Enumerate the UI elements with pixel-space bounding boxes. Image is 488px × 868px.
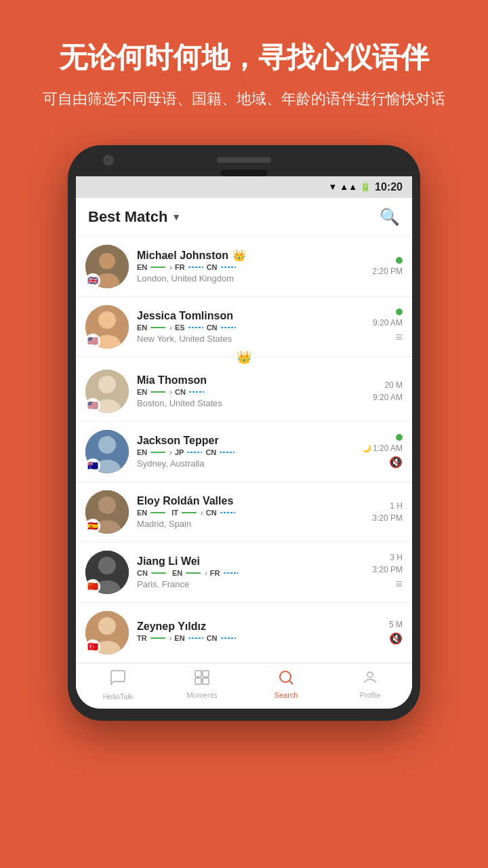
user-item[interactable]: 🇬🇧 Michael Johnston 👑 EN › FR [76,237,412,297]
avatar-wrap: 🇬🇧 [85,245,129,288]
user-name-row: Eloy Roldán Valles [137,495,355,507]
svg-point-13 [98,496,116,514]
last-active-time: 9:20 AM [373,393,403,402]
avatar-wrap: 🇹🇷 [85,611,129,654]
user-item[interactable]: 🇺🇸 Mia Thomson EN › CN [76,357,412,422]
user-info: Zeynep Yıldız TR › EN CN [137,620,355,644]
flag-badge: 🇬🇧 [85,273,100,288]
user-info: Mia Thomson EN › CN Boston, United Stat [137,374,355,408]
user-name-row: Zeynep Yıldız [137,620,355,633]
sort-selector[interactable]: Best Match ▼ [88,208,181,226]
lang-bar-learn1 [188,267,203,268]
lang-bar-learn1 [220,512,235,513]
hellotalk-icon [110,669,126,690]
user-meta: 2:20 PM [355,257,403,276]
battery-icon: 🔋 [360,182,371,192]
user-info: Eloy Roldán Valles EN IT › CN [137,495,355,529]
svg-point-19 [98,617,116,635]
mute-icon: 🔇 [389,456,403,469]
status-bar: ▼ ▲▲ 🔋 10:20 [76,176,412,198]
hero-section: 无论何时何地，寻找心仪语伴 可自由筛选不同母语、国籍、地域、年龄的语伴进行愉快对… [0,0,488,132]
top-bar: Best Match ▼ 🔍 [76,198,412,237]
lang-arrow-icon: › [169,634,172,642]
nav-item-hellotalk[interactable]: HelloTalk [76,669,160,701]
lang-row: EN › JP CN [137,448,355,456]
wifi-icon: ▼ [328,182,337,192]
lang-bar-native [150,267,165,268]
lang-bar-native2 [182,512,197,513]
lang-native2: IT [171,509,178,517]
last-active-time: 3:20 PM [372,513,403,523]
search-button[interactable]: 🔍 [380,208,400,226]
user-meta: 3 H 3:20 PM ≡ [355,553,403,591]
lang-bar-learn2 [221,327,236,328]
user-name-row: Jiang Li Wei [137,555,355,568]
lang-bar-learn1 [224,572,239,574]
phone-top [76,157,412,163]
lang-row: TR › EN CN [137,634,355,642]
lang-learn1: CN [206,509,217,517]
lang-bar-native [150,452,165,453]
avatar-wrap: 🇺🇸 [85,370,129,413]
user-location: Paris, France [137,579,355,589]
lang-native: TR [137,634,147,642]
user-item[interactable]: 🇪🇸 Eloy Roldán Valles EN IT [76,482,412,542]
crown-float-icon: 👑 [237,350,251,365]
svg-point-27 [367,672,373,677]
svg-rect-24 [203,678,209,684]
user-location: Sydney, Australia [137,458,355,469]
lang-bar-native [150,512,165,513]
lang-learn1: FR [175,263,185,271]
user-list: 🇬🇧 Michael Johnston 👑 EN › FR [76,237,412,663]
user-meta: 9:20 AM ≡ [355,309,403,344]
signal-icon: ▲▲ [340,182,357,192]
user-location: New York, United States [137,334,355,344]
lang-row: EN › ES CN [137,323,355,332]
user-name: Michael Johnston [137,250,228,262]
lang-bar-learn1 [189,391,204,393]
flag-badge: 🇹🇷 [85,639,100,654]
user-info: Jessica Tomlinson EN › ES CN [137,310,355,344]
nav-label-profile: Profile [359,691,380,699]
user-meta: 1 H 3:20 PM [355,501,403,523]
svg-point-4 [98,311,116,329]
lang-arrow-icon: › [169,263,172,271]
mute-icon: 🔇 [389,632,403,645]
nav-item-search[interactable]: Search [244,669,328,701]
lang-bar-learn1 [188,637,203,639]
lang-learn2: CN [207,323,218,332]
lang-arrow-icon: › [169,323,172,332]
lang-native: EN [137,388,147,396]
hero-subtitle: 可自由筛选不同母语、国籍、地域、年龄的语伴进行愉快对话 [27,87,461,111]
lang-bar-native [150,327,165,328]
lang-learn2: CN [207,634,218,642]
user-name-row: Jessica Tomlinson [137,310,355,322]
age-text: 1 H [390,501,403,511]
user-info: Michael Johnston 👑 EN › FR CN [137,249,355,283]
nav-item-moments[interactable]: Moments [160,669,244,701]
phone-speaker [217,157,271,163]
flag-badge: 🇺🇸 [85,398,100,413]
last-active-time: 3:20 PM [372,565,403,574]
user-item[interactable]: 🇦🇺 Jackson Tepper EN › JP [76,422,412,482]
lang-row: EN › FR CN [137,263,355,271]
online-indicator [396,434,403,441]
nav-item-profile[interactable]: Profile [328,669,412,701]
phone-camera [103,155,114,165]
user-item[interactable]: 🇨🇳 Jiang Li Wei CN EN [76,542,412,603]
flag-badge: 🇦🇺 [85,458,100,473]
flag-badge: 🇺🇸 [85,334,100,349]
sort-label: Best Match [88,208,167,226]
flag-badge: 🇨🇳 [85,579,100,594]
user-item[interactable]: 🇺🇸 Jessica Tomlinson EN › ES [76,297,412,357]
user-name-row: Mia Thomson [137,374,355,387]
lang-native: EN [137,263,147,271]
lang-bar-learn2 [221,267,236,268]
flag-badge: 🇪🇸 [85,519,100,534]
user-item[interactable]: 🇹🇷 Zeynep Yıldız TR › EN [76,603,412,663]
moments-icon [194,669,210,688]
user-location: London, United Kingdom [137,273,355,283]
lang-native2: EN [172,569,182,577]
profile-nav-icon [362,669,378,688]
online-indicator [396,257,403,264]
